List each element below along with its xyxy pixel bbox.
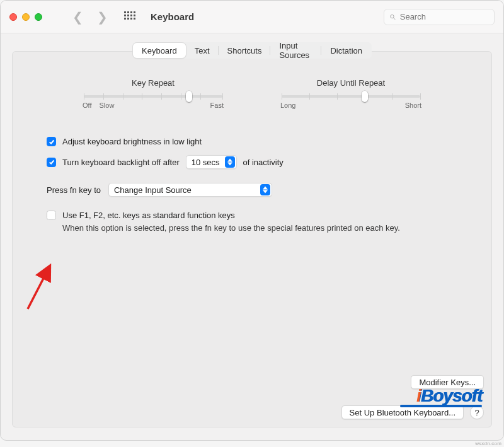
modifier-keys-button[interactable]: Modifier Keys... xyxy=(411,375,484,389)
checkmark-icon xyxy=(49,139,55,145)
back-button[interactable]: ❮ xyxy=(72,9,83,25)
tab-keyboard[interactable]: Keyboard xyxy=(133,43,186,58)
press-fn-popup[interactable]: Change Input Source xyxy=(108,183,272,197)
backlight-off-value: 10 secs xyxy=(192,158,220,167)
show-all-prefs-button[interactable] xyxy=(124,11,135,23)
tab-bar: Keyboard Text Shortcuts Input Sources Di… xyxy=(132,42,372,59)
bottom-buttons: Modifier Keys... Set Up Bluetooth Keyboa… xyxy=(341,375,484,419)
svg-marker-5 xyxy=(263,190,268,194)
svg-point-0 xyxy=(391,15,394,18)
press-fn-row: Press fn key to Change Input Source xyxy=(47,183,457,197)
backlight-off-label-before: Turn keyboard backlight off after xyxy=(62,158,180,167)
use-fkeys-row: Use F1, F2, etc. keys as standard functi… xyxy=(47,211,457,235)
minimize-window-button[interactable] xyxy=(22,13,30,21)
press-fn-label: Press fn key to xyxy=(47,185,101,195)
delay-until-repeat-title: Delay Until Repeat xyxy=(280,78,421,88)
close-window-button[interactable] xyxy=(9,13,17,21)
search-field[interactable] xyxy=(384,9,495,25)
delay-until-repeat-knob[interactable] xyxy=(362,91,368,102)
tab-dictation[interactable]: Dictation xyxy=(321,43,371,58)
backlight-off-popup[interactable]: 10 secs xyxy=(186,155,237,169)
key-repeat-labels: Off Slow Fast xyxy=(83,102,224,109)
nav-arrows: ❮ ❯ xyxy=(72,9,108,25)
svg-marker-3 xyxy=(227,163,232,166)
key-repeat-group: Key Repeat Off Slow xyxy=(83,78,224,109)
key-repeat-knob[interactable] xyxy=(186,91,192,102)
checkmark-icon xyxy=(49,159,55,165)
tab-text[interactable]: Text xyxy=(186,43,219,58)
use-fkeys-checkbox[interactable] xyxy=(47,211,56,220)
use-fkeys-label: Use F1, F2, etc. keys as standard functi… xyxy=(62,211,400,220)
key-repeat-title: Key Repeat xyxy=(83,78,224,88)
search-input[interactable] xyxy=(400,12,489,21)
window-title: Keyboard xyxy=(151,11,194,22)
press-fn-value: Change Input Source xyxy=(114,185,192,195)
delay-until-repeat-labels: Long Short xyxy=(280,102,421,109)
delay-until-repeat-group: Delay Until Repeat Long Short xyxy=(280,78,421,109)
backlight-off-checkbox[interactable] xyxy=(47,158,56,167)
annotation-arrow xyxy=(26,260,58,312)
zoom-window-button[interactable] xyxy=(35,13,42,21)
popup-stepper-icon xyxy=(260,184,270,195)
toolbar: ❮ ❯ Keyboard xyxy=(1,1,503,33)
window-controls xyxy=(9,13,42,21)
svg-line-1 xyxy=(394,18,396,20)
backlight-off-row: Turn keyboard backlight off after 10 sec… xyxy=(47,155,457,169)
adjust-brightness-checkbox[interactable] xyxy=(47,137,56,146)
svg-marker-2 xyxy=(227,159,232,162)
svg-line-7 xyxy=(28,267,49,309)
bluetooth-keyboard-button[interactable]: Set Up Bluetooth Keyboard... xyxy=(341,405,464,419)
backlight-off-label-after: of inactivity xyxy=(243,158,284,167)
source-note: wsxdn.com xyxy=(475,441,501,446)
search-icon xyxy=(389,13,396,21)
help-button[interactable]: ? xyxy=(470,405,484,419)
options-section: Adjust keyboard brightness in low light … xyxy=(47,137,457,235)
preferences-window: ❮ ❯ Keyboard Keyboard Text Shortcuts Inp… xyxy=(0,0,504,441)
forward-button[interactable]: ❯ xyxy=(97,9,108,25)
popup-stepper-icon xyxy=(225,156,235,168)
delay-until-repeat-slider[interactable] xyxy=(282,95,420,98)
use-fkeys-sub: When this option is selected, press the … xyxy=(62,223,400,235)
sliders-row: Key Repeat Off Slow xyxy=(13,78,491,109)
adjust-brightness-label: Adjust keyboard brightness in low light xyxy=(62,137,202,146)
content-pane: Keyboard Text Shortcuts Input Sources Di… xyxy=(12,51,492,427)
tab-input-sources[interactable]: Input Sources xyxy=(270,43,321,58)
svg-marker-4 xyxy=(263,187,268,190)
tab-shortcuts[interactable]: Shortcuts xyxy=(219,43,271,58)
key-repeat-slider[interactable] xyxy=(84,95,222,98)
adjust-brightness-row: Adjust keyboard brightness in low light xyxy=(47,137,457,146)
